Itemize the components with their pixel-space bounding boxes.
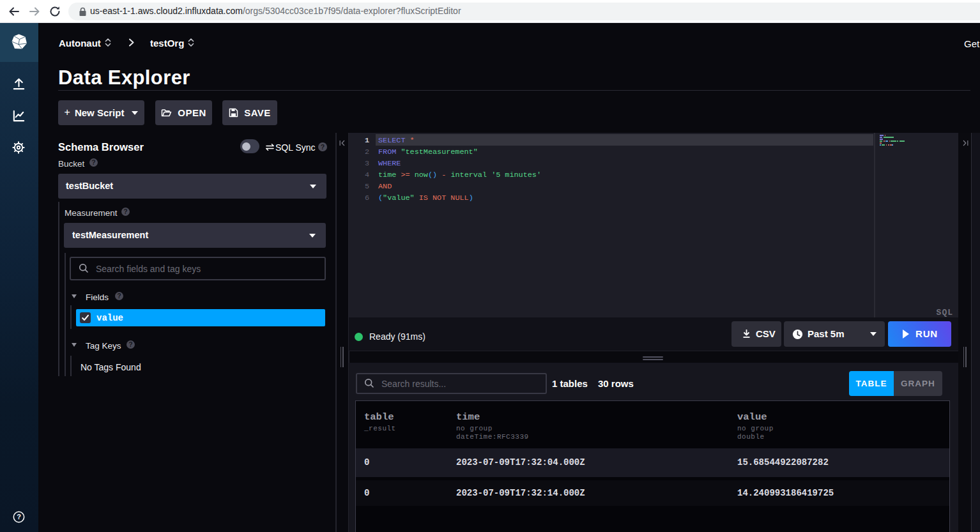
- svg-text:?: ?: [17, 513, 21, 521]
